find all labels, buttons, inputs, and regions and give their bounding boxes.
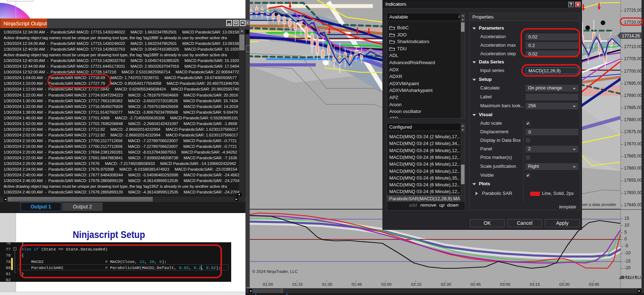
svg-text:© 2024 NinjaTrader, LLC: © 2024 NinjaTrader, LLC [252, 269, 298, 274]
svg-text:17714.25: 17714.25 [622, 33, 640, 38]
svg-text:17701.00: 17701.00 [624, 276, 642, 279]
